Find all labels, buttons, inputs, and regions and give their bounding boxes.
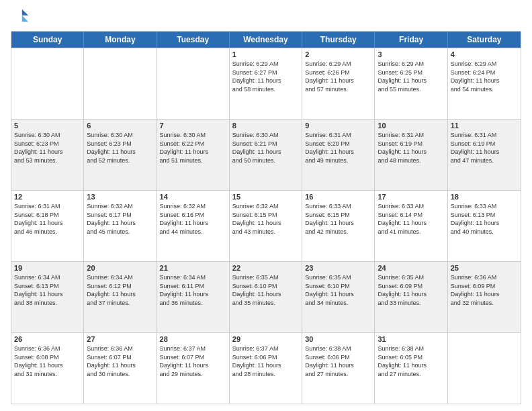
cell-date-number: 22 [232,264,299,272]
calendar-cell: 23Sunrise: 6:35 AM Sunset: 6:10 PM Dayli… [302,262,375,332]
cell-info-text: Sunrise: 6:37 AM Sunset: 6:06 PM Dayligh… [232,345,299,378]
cell-info-text: Sunrise: 6:37 AM Sunset: 6:07 PM Dayligh… [160,345,226,378]
cell-info-text: Sunrise: 6:32 AM Sunset: 6:15 PM Dayligh… [232,202,299,236]
cell-date-number: 15 [232,193,299,201]
calendar-cell [84,48,157,119]
cell-date-number: 3 [378,50,444,58]
weekday-header-tuesday: Tuesday [157,32,230,48]
cell-info-text: Sunrise: 6:33 AM Sunset: 6:14 PM Dayligh… [378,202,444,236]
calendar-cell: 1Sunrise: 6:29 AM Sunset: 6:27 PM Daylig… [230,48,302,119]
cell-info-text: Sunrise: 6:35 AM Sunset: 6:09 PM Dayligh… [378,273,444,307]
calendar-cell: 17Sunrise: 6:33 AM Sunset: 6:14 PM Dayli… [375,191,447,261]
cell-date-number: 29 [232,335,299,343]
cell-info-text: Sunrise: 6:29 AM Sunset: 6:24 PM Dayligh… [451,60,518,93]
cell-info-text: Sunrise: 6:35 AM Sunset: 6:10 PM Dayligh… [232,273,299,307]
cell-info-text: Sunrise: 6:32 AM Sunset: 6:16 PM Dayligh… [160,202,226,236]
cell-date-number: 17 [378,193,444,201]
calendar-cell: 20Sunrise: 6:34 AM Sunset: 6:12 PM Dayli… [84,262,157,332]
cell-date-number: 20 [87,264,153,272]
week-row-2: 5Sunrise: 6:30 AM Sunset: 6:23 PM Daylig… [11,119,521,190]
calendar-cell: 7Sunrise: 6:30 AM Sunset: 6:22 PM Daylig… [157,120,230,190]
calendar-cell: 11Sunrise: 6:31 AM Sunset: 6:19 PM Dayli… [448,120,521,190]
cell-info-text: Sunrise: 6:29 AM Sunset: 6:26 PM Dayligh… [305,60,371,93]
cell-info-text: Sunrise: 6:38 AM Sunset: 6:05 PM Dayligh… [378,345,444,378]
cell-info-text: Sunrise: 6:31 AM Sunset: 6:19 PM Dayligh… [378,131,444,165]
calendar-cell: 24Sunrise: 6:35 AM Sunset: 6:09 PM Dayli… [375,262,447,332]
cell-date-number: 19 [14,264,81,272]
calendar-cell: 4Sunrise: 6:29 AM Sunset: 6:24 PM Daylig… [448,48,521,119]
cell-date-number: 4 [451,50,518,58]
calendar-cell: 12Sunrise: 6:31 AM Sunset: 6:18 PM Dayli… [11,191,84,261]
calendar-cell: 15Sunrise: 6:32 AM Sunset: 6:15 PM Dayli… [230,191,302,261]
calendar-cell: 18Sunrise: 6:33 AM Sunset: 6:13 PM Dayli… [448,191,521,261]
calendar-cell: 29Sunrise: 6:37 AM Sunset: 6:06 PM Dayli… [230,333,302,404]
calendar-cell: 8Sunrise: 6:30 AM Sunset: 6:21 PM Daylig… [230,120,302,190]
cell-date-number: 28 [160,335,226,343]
calendar-cell: 19Sunrise: 6:34 AM Sunset: 6:13 PM Dayli… [11,262,84,332]
calendar-cell: 9Sunrise: 6:31 AM Sunset: 6:20 PM Daylig… [302,120,375,190]
page: SundayMondayTuesdayWednesdayThursdayFrid… [0,0,532,411]
cell-date-number: 8 [232,122,299,130]
calendar-cell: 27Sunrise: 6:36 AM Sunset: 6:07 PM Dayli… [84,333,157,404]
calendar-cell: 2Sunrise: 6:29 AM Sunset: 6:26 PM Daylig… [302,48,375,119]
weekday-header-wednesday: Wednesday [230,32,302,48]
cell-date-number: 10 [378,122,444,130]
cell-date-number: 16 [305,193,371,201]
cell-info-text: Sunrise: 6:31 AM Sunset: 6:19 PM Dayligh… [451,131,518,165]
logo-icon [11,7,30,26]
calendar-cell: 13Sunrise: 6:32 AM Sunset: 6:17 PM Dayli… [84,191,157,261]
cell-info-text: Sunrise: 6:36 AM Sunset: 6:09 PM Dayligh… [451,273,518,307]
cell-info-text: Sunrise: 6:30 AM Sunset: 6:23 PM Dayligh… [14,131,81,165]
week-row-3: 12Sunrise: 6:31 AM Sunset: 6:18 PM Dayli… [11,190,521,261]
cell-info-text: Sunrise: 6:30 AM Sunset: 6:21 PM Dayligh… [232,131,299,165]
calendar-header-row: SundayMondayTuesdayWednesdayThursdayFrid… [11,32,521,48]
calendar-cell: 26Sunrise: 6:36 AM Sunset: 6:08 PM Dayli… [11,333,84,404]
logo [11,7,31,26]
cell-info-text: Sunrise: 6:38 AM Sunset: 6:06 PM Dayligh… [305,345,371,378]
calendar-cell [157,48,230,119]
calendar-cell: 10Sunrise: 6:31 AM Sunset: 6:19 PM Dayli… [375,120,447,190]
cell-info-text: Sunrise: 6:30 AM Sunset: 6:22 PM Dayligh… [160,131,226,165]
cell-info-text: Sunrise: 6:31 AM Sunset: 6:18 PM Dayligh… [14,202,81,236]
cell-info-text: Sunrise: 6:34 AM Sunset: 6:12 PM Dayligh… [87,273,153,307]
cell-date-number: 12 [14,193,81,201]
calendar-cell: 5Sunrise: 6:30 AM Sunset: 6:23 PM Daylig… [11,120,84,190]
cell-info-text: Sunrise: 6:36 AM Sunset: 6:07 PM Dayligh… [87,345,153,378]
cell-info-text: Sunrise: 6:31 AM Sunset: 6:20 PM Dayligh… [305,131,371,165]
cell-date-number: 24 [378,264,444,272]
calendar-cell: 3Sunrise: 6:29 AM Sunset: 6:25 PM Daylig… [375,48,447,119]
cell-info-text: Sunrise: 6:30 AM Sunset: 6:23 PM Dayligh… [87,131,153,165]
cell-info-text: Sunrise: 6:29 AM Sunset: 6:25 PM Dayligh… [378,60,444,93]
cell-date-number: 21 [160,264,226,272]
cell-date-number: 31 [378,335,444,343]
cell-date-number: 7 [160,122,226,130]
cell-date-number: 9 [305,122,371,130]
weekday-header-thursday: Thursday [302,32,375,48]
week-row-4: 19Sunrise: 6:34 AM Sunset: 6:13 PM Dayli… [11,261,521,332]
weekday-header-monday: Monday [84,32,157,48]
cell-date-number: 26 [14,335,81,343]
cell-info-text: Sunrise: 6:36 AM Sunset: 6:08 PM Dayligh… [14,345,81,378]
header [11,7,521,26]
cell-info-text: Sunrise: 6:33 AM Sunset: 6:15 PM Dayligh… [305,202,371,236]
cell-info-text: Sunrise: 6:34 AM Sunset: 6:13 PM Dayligh… [14,273,81,307]
weekday-header-friday: Friday [375,32,447,48]
cell-date-number: 5 [14,122,81,130]
cell-date-number: 6 [87,122,153,130]
calendar-cell [11,48,84,119]
cell-info-text: Sunrise: 6:32 AM Sunset: 6:17 PM Dayligh… [87,202,153,236]
cell-date-number: 25 [451,264,518,272]
calendar-body: 1Sunrise: 6:29 AM Sunset: 6:27 PM Daylig… [11,48,521,404]
calendar-cell: 25Sunrise: 6:36 AM Sunset: 6:09 PM Dayli… [448,262,521,332]
cell-date-number: 1 [232,50,299,58]
cell-date-number: 14 [160,193,226,201]
cell-info-text: Sunrise: 6:34 AM Sunset: 6:11 PM Dayligh… [160,273,226,307]
calendar-cell [448,333,521,404]
cell-date-number: 11 [451,122,518,130]
svg-marker-0 [22,9,28,15]
svg-marker-1 [22,15,28,21]
cell-info-text: Sunrise: 6:29 AM Sunset: 6:27 PM Dayligh… [232,60,299,93]
cell-date-number: 13 [87,193,153,201]
calendar-cell: 21Sunrise: 6:34 AM Sunset: 6:11 PM Dayli… [157,262,230,332]
cell-date-number: 27 [87,335,153,343]
